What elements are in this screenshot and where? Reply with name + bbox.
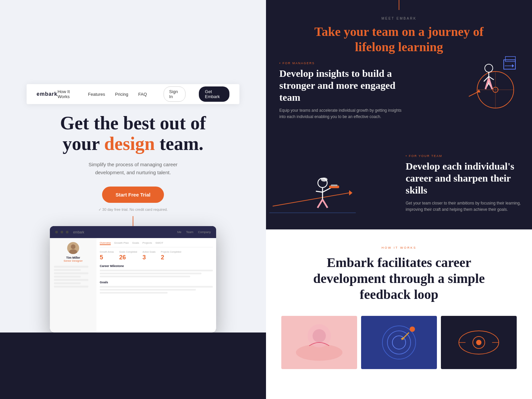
goals-title: Goals — [100, 281, 213, 284]
sidebar-item-5 — [54, 279, 88, 281]
svg-marker-19 — [512, 64, 514, 67]
hero-note: 30 day free trial. No credit card requir… — [27, 207, 239, 212]
card-blue — [361, 316, 437, 369]
nav-pricing[interactable]: Pricing — [115, 92, 128, 97]
for-team-body: Get your team closer to their ambitions … — [406, 200, 522, 213]
bottom-cards — [279, 316, 519, 369]
hero-title-team: team. — [155, 133, 203, 154]
milestone-line-3 — [100, 276, 190, 277]
card-dark — [441, 316, 517, 369]
stat-active-goals: Active Goals 3 — [143, 251, 156, 261]
dashboard-mockup: embark Me Team Company Tim Miller Senior… — [50, 226, 216, 332]
user-name: Tim Miller — [54, 256, 92, 259]
goals-line-3 — [100, 292, 168, 294]
svg-point-34 — [313, 329, 326, 342]
tab-growth-plan[interactable]: Growth Plan — [114, 241, 129, 245]
dash-nav-company: Company — [198, 230, 211, 234]
for-team-section: FOR YOUR TEAM Develop each individual's … — [406, 154, 522, 213]
for-managers-heading: Develop insights to build a stronger and… — [279, 67, 406, 103]
svg-point-43 — [476, 340, 481, 345]
tab-swot[interactable]: SWOT — [155, 241, 163, 245]
projects-value: 2 — [161, 254, 181, 261]
sidebar-item-2 — [54, 269, 81, 271]
sidebar-item-6 — [54, 282, 81, 284]
dark-bottom-left — [0, 332, 266, 399]
stat-projects: Projects Completed 2 — [161, 251, 181, 261]
svg-rect-27 — [331, 185, 337, 186]
milestone-line-2 — [100, 273, 201, 274]
dashboard-tabs: Overview Growth Plan Goals Projects SWOT — [100, 241, 213, 247]
svg-line-28 — [318, 200, 323, 208]
growth-areas-value: 5 — [100, 254, 114, 261]
signin-button[interactable]: Sign In — [164, 86, 186, 102]
sidebar-item-3 — [54, 272, 88, 274]
hero-title-your: your — [63, 133, 104, 154]
svg-marker-21 — [349, 190, 352, 196]
svg-line-20 — [273, 193, 349, 206]
right-panel: MEET EMBARK Take your team on a journey … — [266, 0, 532, 399]
illustration-top-right — [452, 40, 525, 110]
tab-goals[interactable]: Goals — [132, 241, 139, 245]
sidebar-item-7 — [54, 286, 88, 288]
svg-point-40 — [410, 327, 415, 332]
goals-line-1 — [100, 286, 213, 288]
for-managers-body: Equip your teams and accelerate individu… — [279, 107, 406, 120]
dashboard-content: Tim Miller Senior Designer Overview Grow… — [50, 238, 216, 332]
svg-point-30 — [321, 178, 328, 182]
svg-line-25 — [323, 188, 331, 192]
nav-features[interactable]: Features — [88, 92, 105, 97]
window-dot-1 — [55, 231, 58, 233]
nav-how-it-works[interactable]: How It Works — [58, 89, 78, 99]
goals-line-2 — [100, 289, 196, 291]
growth-areas-label: Growth Areas — [100, 251, 114, 253]
dashboard-logo: embark — [73, 230, 84, 234]
hero-title-design: design — [104, 133, 155, 154]
svg-point-0 — [71, 244, 75, 249]
hero-title: Get the best out of your design team. — [27, 113, 239, 154]
for-team-heading: Develop each individual's career and sha… — [406, 160, 522, 196]
hero-title-line1: Get the best out of — [60, 113, 206, 133]
window-dot-3 — [66, 231, 68, 233]
active-goals-value: 3 — [143, 254, 156, 261]
left-panel: embark How It Works Features Pricing FAQ… — [0, 0, 266, 399]
tab-overview[interactable]: Overview — [100, 241, 111, 245]
how-it-works-title: Embark facilitates career development th… — [266, 255, 532, 303]
projects-label: Projects Completed — [161, 251, 181, 253]
svg-point-1 — [69, 249, 77, 254]
for-managers-section: FOR MANAGERS Develop insights to build a… — [279, 62, 406, 120]
hero-title-line2: your design team. — [63, 133, 203, 154]
user-role: Senior Designer — [54, 259, 92, 262]
tab-projects[interactable]: Projects — [142, 241, 152, 245]
milestone-line-1 — [100, 270, 213, 271]
dash-nav-team: Team — [186, 230, 193, 234]
svg-point-6 — [485, 64, 493, 72]
milestone-title: Career Milestone — [100, 264, 213, 268]
get-embark-button[interactable]: Get Embark — [199, 86, 229, 102]
for-team-tag: FOR YOUR TEAM — [406, 154, 522, 158]
card-pink — [281, 316, 357, 369]
user-avatar — [67, 242, 79, 254]
nav-faq[interactable]: FAQ — [138, 92, 147, 97]
active-goals-label: Active Goals — [143, 251, 156, 253]
stat-goals-completed: Goals Completed 26 — [119, 251, 137, 261]
start-free-trial-button[interactable]: Start Free Trial — [102, 187, 164, 203]
nav-bar: embark How It Works Features Pricing FAQ… — [27, 84, 239, 104]
right-bottom-section: HOW IT WORKS Embark facilitates career d… — [266, 229, 532, 399]
hero-subtitle: Simplify the process of managing careerd… — [27, 161, 239, 177]
dashboard-nav: Me Team Company — [177, 230, 211, 234]
goals-completed-label: Goals Completed — [119, 251, 137, 253]
svg-line-24 — [316, 191, 323, 192]
how-it-works-tag: HOW IT WORKS — [266, 229, 532, 249]
for-managers-tag: FOR MANAGERS — [279, 62, 406, 65]
dashboard-top-bar: embark Me Team Company — [50, 226, 216, 238]
dashboard-sidebar: Tim Miller Senior Designer — [50, 238, 96, 332]
dashboard-stats: Growth Areas 5 Goals Completed 26 Active… — [100, 251, 213, 261]
svg-line-29 — [323, 200, 328, 208]
dashboard-main: Overview Growth Plan Goals Projects SWOT… — [96, 238, 216, 332]
hero-section: Get the best out of your design team. Si… — [0, 113, 266, 212]
goals-completed-value: 26 — [119, 254, 137, 261]
nav-links: How It Works Features Pricing FAQ Sign I… — [58, 86, 229, 102]
orange-top-line — [399, 0, 399, 10]
stat-growth-areas: Growth Areas 5 — [100, 251, 114, 261]
nav-logo: embark — [37, 91, 58, 97]
